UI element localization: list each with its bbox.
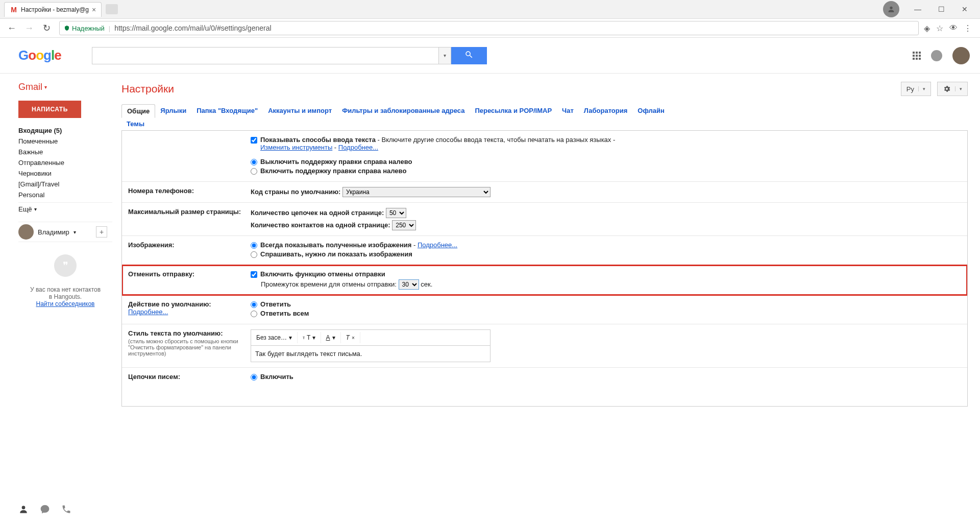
rtl-off-radio[interactable]: Выключить поддержку правки справа налево (251, 158, 961, 165)
nav-starred[interactable]: Помеченные (18, 136, 112, 147)
tab-themes[interactable]: Темы (121, 117, 150, 130)
window-close-icon[interactable]: ✕ (953, 2, 976, 16)
nav-sent[interactable]: Отправленные (18, 157, 112, 168)
reply-all-radio[interactable]: Ответить всем (251, 310, 961, 317)
search-button[interactable] (451, 47, 487, 64)
tab-general[interactable]: Общие (121, 104, 155, 118)
tab-title: Настройки - bezmaly@g (21, 6, 89, 13)
nav-personal[interactable]: Personal (18, 190, 112, 200)
images-ask-radio[interactable]: Спрашивать, нужно ли показать изображени… (251, 250, 961, 258)
compose-button[interactable]: НАПИСАТЬ (18, 101, 81, 118)
gmail-dropdown[interactable]: Gmail▾ (18, 82, 112, 92)
contacts-per-page-select[interactable]: 250 (392, 220, 416, 230)
default-action-more-link[interactable]: Подробнее... (128, 308, 168, 316)
tab-chat[interactable]: Чат (557, 104, 579, 117)
url-text: https://mail.google.com/mail/u/0/#settin… (114, 24, 271, 32)
change-tools-link[interactable]: Изменить инструменты (260, 144, 332, 151)
page-title: Настройки (121, 83, 174, 95)
window-maximize-icon[interactable]: ☐ (930, 2, 952, 16)
gmail-favicon: M (10, 6, 18, 14)
undo-enable-checkbox[interactable]: Включить функцию отмены отправки (251, 270, 961, 278)
images-label: Изображения: (128, 241, 251, 249)
tab-labs[interactable]: Лаборатория (579, 104, 632, 117)
new-tab-button[interactable] (106, 4, 118, 14)
settings-gear-button[interactable]: ▾ (937, 82, 968, 96)
hangouts-phone-icon[interactable] (61, 504, 71, 517)
reload-button[interactable]: ↻ (39, 20, 54, 36)
input-more-link[interactable]: Подробнее... (338, 144, 378, 151)
tab-close-icon[interactable]: × (92, 6, 96, 14)
folder-list: Входящие (5) Помеченные Важные Отправлен… (18, 125, 112, 215)
browser-tab[interactable]: M Настройки - bezmaly@g × (4, 2, 102, 17)
menu-icon[interactable]: ⋮ (964, 23, 972, 33)
diamond-icon[interactable]: ◈ (924, 23, 930, 33)
hangouts-avatar (18, 224, 34, 240)
back-button[interactable]: ← (4, 20, 19, 36)
reply-radio[interactable]: Ответить (251, 300, 961, 308)
tab-accounts[interactable]: Аккаунты и импорт (263, 104, 337, 117)
hangouts-add-button[interactable]: + (96, 226, 107, 238)
undo-send-label: Отменить отправку: (128, 270, 251, 278)
hangouts-chat-icon[interactable] (40, 504, 50, 517)
rtl-on-radio[interactable]: Включить поддержку правки справа налево (251, 167, 961, 175)
font-family-select[interactable]: Без засе… ▾ (251, 332, 298, 343)
text-style-toolbar[interactable]: Без засе… ▾ тT ▾ A ▾ T× (251, 329, 491, 346)
svg-point-0 (890, 7, 892, 9)
hangouts-empty-text: У вас пока нет контактов в Hangouts. (24, 286, 106, 300)
text-style-label: Стиль текста по умолчанию: (стиль можно … (128, 329, 251, 357)
hangouts-contacts-icon[interactable] (18, 504, 29, 517)
nav-drafts[interactable]: Черновики (18, 168, 112, 179)
language-button[interactable]: Ру▾ (901, 82, 931, 96)
hangouts-user[interactable]: Владимир ▾ + (18, 222, 112, 242)
eye-icon[interactable]: 👁 (949, 23, 958, 33)
nav-travel[interactable]: [Gmail]/Travel (18, 179, 112, 190)
google-logo[interactable]: Google (18, 48, 61, 63)
tab-offline[interactable]: Офлайн (632, 104, 670, 117)
tab-labels[interactable]: Ярлыки (155, 104, 191, 117)
threads-on-radio[interactable]: Включить (251, 373, 961, 381)
star-icon[interactable]: ☆ (936, 23, 943, 33)
search-dropdown[interactable]: ▾ (439, 47, 451, 64)
chrome-profile-icon[interactable] (883, 1, 899, 17)
account-avatar[interactable] (952, 47, 970, 64)
forward-button[interactable]: → (21, 20, 37, 36)
default-action-label: Действие по умолчанию: Подробнее... (128, 300, 251, 316)
settings-tabs: Общие Ярлыки Папка "Входящие" Аккаунты и… (121, 104, 968, 131)
notifications-icon[interactable] (931, 50, 942, 61)
clear-formatting-button[interactable]: T× (341, 332, 360, 343)
nav-more[interactable]: Ещё▾ (18, 202, 112, 215)
secure-badge: Надежный (64, 25, 105, 32)
search-input[interactable] (92, 47, 439, 64)
nav-inbox[interactable]: Входящие (5) (18, 125, 112, 136)
font-size-select[interactable]: тT ▾ (298, 332, 321, 343)
tab-forwarding[interactable]: Пересылка и POP/IMAP (470, 104, 557, 117)
pagesize-label: Максимальный размер страницы: (128, 208, 251, 216)
tab-filters[interactable]: Фильтры и заблокированные адреса (337, 104, 470, 117)
address-bar[interactable]: Надежный | https://mail.google.com/mail/… (59, 21, 919, 35)
svg-point-1 (22, 506, 26, 509)
hangouts-find-link[interactable]: Найти собеседников (36, 300, 95, 307)
images-more-link[interactable]: Подробнее... (418, 241, 457, 249)
tab-inbox[interactable]: Папка "Входящие" (191, 104, 263, 117)
phone-label: Номера телефонов: (128, 187, 251, 195)
text-sample: Так будет выглядеть текст письма. (251, 346, 491, 362)
images-always-radio[interactable]: Всегда показывать полученные изображения… (251, 241, 961, 249)
nav-important[interactable]: Важные (18, 147, 112, 157)
apps-grid-icon[interactable] (913, 52, 921, 60)
hangouts-quote-icon: ❞ (54, 254, 77, 277)
country-select[interactable]: Украина (342, 187, 491, 197)
font-color-select[interactable]: A ▾ (321, 332, 341, 343)
undo-period-select[interactable]: 30 (399, 279, 419, 290)
threads-label: Цепочки писем: (128, 373, 251, 381)
window-minimize-icon[interactable]: — (906, 2, 929, 16)
threads-per-page-select[interactable]: 50 (386, 208, 406, 218)
input-methods-checkbox[interactable]: Показывать способы ввода текста - Включи… (251, 136, 961, 151)
